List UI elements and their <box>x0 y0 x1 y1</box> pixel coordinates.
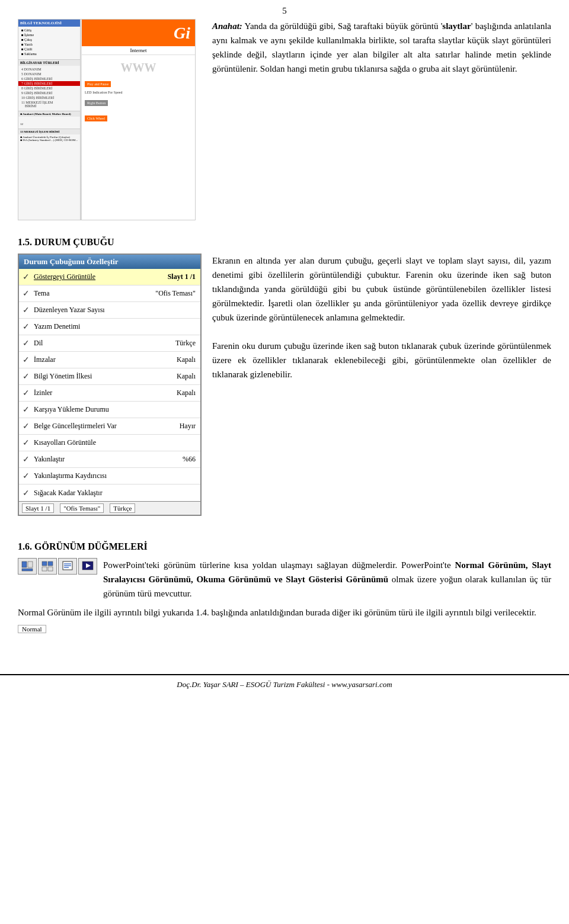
dialog-value-3 <box>165 325 200 329</box>
slide-section-header: BİLGİSAYAR TÜRLERİ <box>18 59 80 66</box>
checkbox-7: ✓ <box>19 388 31 398</box>
svg-rect-3 <box>42 562 47 566</box>
dialog-row-6[interactable]: ✓ Bilgi Yönetim İlkesi Kapalı <box>19 368 200 385</box>
svg-rect-5 <box>42 567 47 571</box>
dialog-value-2 <box>165 308 200 313</box>
dialog-label-3: Yazım Denetimi <box>31 320 165 333</box>
dialog-label-9: Belge Güncelleştirmeleri Var <box>31 419 165 433</box>
svg-rect-6 <box>48 567 53 571</box>
slide-header: BİLGİ TEKNOLOJİSİ <box>18 20 80 27</box>
dialog-label-12: Yakınlaştırma Kaydırıcısı <box>31 469 165 483</box>
slide-menu-item: ■ Çizili <box>18 47 80 52</box>
section-16: 1.6. GÖRÜNÜM DÜĞMELERİ <box>18 531 551 639</box>
section-15-para1: Ekranın en altında yer alan durum çubuğu… <box>212 254 551 325</box>
slide-menu-item: 6 GİRİŞ BİRİMLERİ <box>18 76 80 81</box>
checkbox-9: ✓ <box>19 421 31 431</box>
svg-rect-2 <box>28 562 33 567</box>
status-item-2: "Ofis Teması" <box>60 503 104 513</box>
dialog-value-11: %66 <box>165 453 200 466</box>
dialog-value-4: Türkçe <box>165 336 200 350</box>
dialog-label-8: Karşıya Yükleme Durumu <box>31 403 165 416</box>
dialog-row-2[interactable]: ✓ Düzenleyen Yazar Sayısı <box>19 302 200 319</box>
dialog-row-12[interactable]: ✓ Yakınlaştırma Kaydırıcısı <box>19 468 200 485</box>
bold-text-16: Normal Görünüm, Slayt Sıralayıcısı Görün… <box>103 560 551 584</box>
slide-internet-bar: Internet <box>82 46 195 55</box>
section-15-right-text: Ekranın en altında yer alan durum çubuğu… <box>212 254 551 516</box>
dialog-value-10 <box>165 441 200 445</box>
bottom-paragraph-1: Normal Görünüm ile ilgili ayrıntılı bilg… <box>18 605 551 620</box>
dialog-value-13 <box>165 490 200 495</box>
slide-gi-text: Gi <box>174 24 190 43</box>
slide-menu-item: 10 GİRİŞ BİRİMLERİ <box>18 95 80 100</box>
dialog-label-4: Dil <box>31 336 165 350</box>
checkbox-2: ✓ <box>19 305 31 315</box>
svg-rect-1 <box>22 569 33 571</box>
dialog-value-8 <box>165 408 200 412</box>
svg-rect-0 <box>22 562 27 567</box>
dialog-box: Durum Çubuğunu Özelleştir ✓ Göstergeyi G… <box>18 254 202 516</box>
view-text: PowerPoint'teki görünüm türlerine kısa y… <box>103 558 551 601</box>
normal-badge: Normal <box>18 625 46 633</box>
slide-menu-item: 5 DONANIM <box>18 72 80 76</box>
slide-menu-item: ■ Çıkış <box>18 37 80 42</box>
top-right-text: Anahat: Yanda da görüldüğü gibi, Sağ tar… <box>212 19 551 220</box>
dialog-row-0[interactable]: ✓ Göstergeyi Görüntüle Slayt 1 /1 <box>19 269 200 285</box>
dialog-value-9: Hayır <box>165 419 200 433</box>
dialog-value-6: Kapalı <box>165 370 200 383</box>
dialog-row-4[interactable]: ✓ Dil Türkçe <box>19 335 200 352</box>
dialog-status-bar: Slayt 1 /1 "Ofis Teması" Türkçe <box>19 501 200 515</box>
checkbox-1: ✓ <box>19 288 31 299</box>
checkbox-5: ✓ <box>19 355 31 365</box>
page-number: 5 <box>0 0 569 19</box>
dialog-value-1: "Ofis Teması" <box>151 287 200 300</box>
dialog-section: Durum Çubuğunu Özelleştir ✓ Göstergeyi G… <box>18 254 551 516</box>
page-number-value: 5 <box>282 6 287 15</box>
dialog-label-7: İzinler <box>31 386 165 400</box>
footer: Doç.Dr. Yaşar SARI – ESOGÜ Turizm Fakült… <box>0 674 569 694</box>
footer-text: Doç.Dr. Yaşar SARI – ESOGÜ Turizm Fakült… <box>177 680 392 689</box>
slide-inner: BİLGİ TEKNOLOJİSİ ■ Giriş ■ İşleme ■ Çık… <box>18 20 195 220</box>
slide-right-header: Gi <box>82 20 195 46</box>
slide-menu-item: 4 DONANIM <box>18 67 80 72</box>
slide-menu-item: ■ Saklama <box>18 52 80 56</box>
dialog-row-1[interactable]: ✓ Tema "Ofis Teması" <box>19 285 200 302</box>
dialog-label-13: Sığacak Kadar Yaklaştır <box>31 486 165 500</box>
checkbox-3: ✓ <box>19 322 31 332</box>
slide-content-area: WWW Play and Pause LED Indication For Sp… <box>82 55 195 125</box>
slideshow-icon[interactable] <box>78 558 97 575</box>
slide-menu-item-highlighted: 7 GİRİŞ BİRİMLERİ <box>18 81 80 86</box>
dialog-row-5[interactable]: ✓ İmzalar Kapalı <box>19 352 200 368</box>
checkbox-11: ✓ <box>19 454 31 464</box>
dialog-row-7[interactable]: ✓ İzinler Kapalı <box>19 385 200 402</box>
dialog-value-7: Kapalı <box>165 386 200 400</box>
slide-menu-item: 11 MERKEZİ İŞLEM BİRİMİ <box>18 100 80 108</box>
dialog-label-11: Yakınlaştır <box>31 453 165 466</box>
reading-view-icon[interactable] <box>58 558 77 575</box>
checkbox-4: ✓ <box>19 338 31 348</box>
dialog-row-11[interactable]: ✓ Yakınlaştır %66 <box>19 451 200 468</box>
section-15-para2: Farenin oku durum çubuğu üzerinde iken s… <box>212 339 551 381</box>
dialog-label-0: Göstergeyi Görüntüle <box>31 270 163 284</box>
slide-sorter-icon[interactable] <box>38 558 57 575</box>
dialog-row-3[interactable]: ✓ Yazım Denetimi <box>19 319 200 335</box>
slide-menu-item: ■ Giriş <box>18 28 80 33</box>
dialog-row-9[interactable]: ✓ Belge Güncelleştirmeleri Var Hayır <box>19 418 200 435</box>
slide-section-header: ■ Anakart (Main Board, Mother Board) <box>18 111 80 117</box>
dialog-value-12 <box>165 474 200 479</box>
section-16-title: 1.6. GÖRÜNÜM DÜĞMELERİ <box>18 541 551 552</box>
slide-section-header: 13 MERKEZİ İŞLEM BİRİMİ <box>18 129 80 134</box>
view-icons-box <box>18 558 97 575</box>
normal-view-icon[interactable] <box>18 558 37 575</box>
slide-click-wheel: Click Wheel <box>85 116 107 121</box>
slide-thumbnail-area: BİLGİ TEKNOLOJİSİ ■ Giriş ■ İşleme ■ Çık… <box>18 19 202 220</box>
top-section: BİLGİ TEKNOLOJİSİ ■ Giriş ■ İşleme ■ Çık… <box>18 19 551 220</box>
top-paragraph: Yanda da görüldüğü gibi, Sağ taraftaki b… <box>212 21 551 73</box>
dialog-label-10: Kısayolları Görüntüle <box>31 436 165 450</box>
slide-button: Right Button <box>85 100 108 106</box>
slide-label: LED Indication For Speed <box>85 91 192 94</box>
slide-left-panel: BİLGİ TEKNOLOJİSİ ■ Giriş ■ İşleme ■ Çık… <box>18 20 81 220</box>
dialog-row-10[interactable]: ✓ Kısayolları Görüntüle <box>19 435 200 451</box>
slide-menu-item: 9 GİRİŞ BİRİMLERİ <box>18 91 80 95</box>
dialog-row-13[interactable]: ✓ Sığacak Kadar Yaklaştır <box>19 485 200 501</box>
dialog-row-8[interactable]: ✓ Karşıya Yükleme Durumu <box>19 402 200 418</box>
